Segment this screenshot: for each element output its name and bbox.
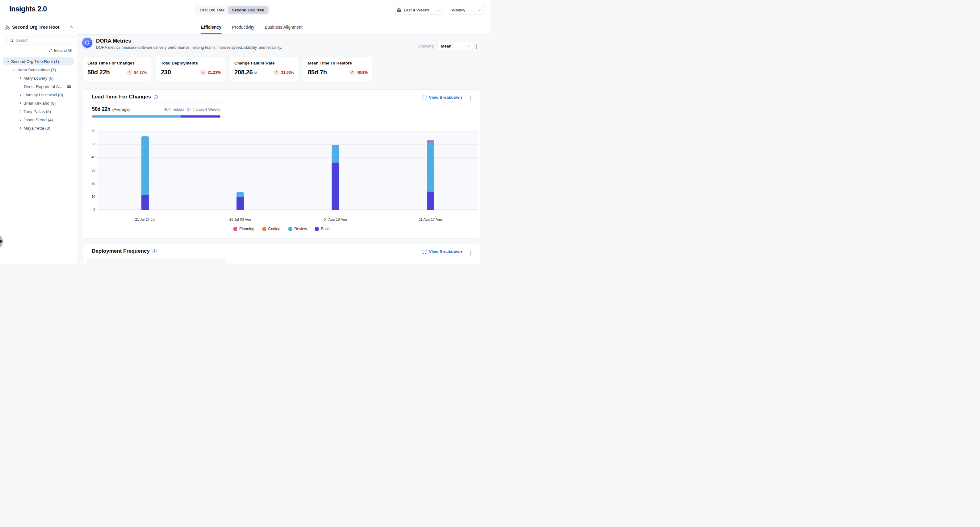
sidebar-search[interactable] — [6, 36, 75, 44]
bar-segment-review — [427, 141, 434, 192]
bar-segment-build — [427, 192, 434, 210]
filter-sliders-icon[interactable] — [67, 84, 71, 89]
chevron-down-icon — [478, 8, 480, 11]
bar-segment-build — [332, 163, 339, 210]
lead-time-card: Lead Time For Changes View Breakdown 50d… — [83, 89, 480, 238]
metric-card-title: Lead Time For Changes — [88, 61, 147, 65]
metric-card-title: Mean Time To Restore — [308, 61, 367, 65]
expand-all-button[interactable]: Expand All — [49, 48, 72, 53]
tree-item[interactable]: Jason Stead (4) — [3, 116, 74, 124]
info-icon[interactable] — [153, 95, 158, 99]
date-range-value: Last 4 Weeks — [404, 8, 429, 12]
sidebar-title: Second Org Tree Root — [12, 25, 68, 30]
chevron-right-icon[interactable] — [19, 110, 21, 113]
view-breakdown-button[interactable]: View Breakdown — [422, 95, 462, 100]
x-axis-tick-label: 04 Aug-10 Aug — [314, 217, 357, 221]
metric-delta: ↗84.37% — [126, 70, 147, 76]
chevron-right-icon[interactable] — [19, 94, 21, 96]
view-breakdown-button[interactable]: View Breakdown — [422, 249, 462, 254]
tree-item[interactable]: Tony Pallas (5) — [3, 107, 74, 115]
search-icon — [9, 38, 14, 43]
metric-card: Change Failure Rate208.26%↗31.63% — [229, 56, 299, 81]
y-axis-tick-label: 60 — [85, 129, 95, 133]
tree-item[interactable]: Anna Scozzafava (7) — [3, 66, 74, 74]
dora-metrics-icon — [82, 38, 92, 48]
gridline — [97, 171, 478, 171]
tab-bar: EfficiencyProductivityBusiness Alignment — [77, 20, 490, 35]
y-axis-tick-label: 10 — [85, 195, 95, 198]
tab-business-alignment[interactable]: Business Alignment — [265, 20, 302, 34]
metric-card-value: 208.26 — [234, 69, 253, 76]
summary-value: 50d 22h — [92, 106, 111, 112]
metric-card-value-row: 230↘21.23% — [161, 69, 221, 76]
y-axis-tick-label: 40 — [85, 155, 95, 159]
lead-time-title: Lead Time For Changes — [92, 94, 151, 100]
chevron-down-icon[interactable] — [13, 68, 15, 70]
metric-card-value: 85d 7h — [308, 69, 327, 76]
chevron-right-icon[interactable] — [19, 127, 21, 129]
showing-select[interactable]: Mean — [437, 42, 473, 50]
legend-label: Coding — [268, 227, 281, 231]
granularity-select[interactable]: Weekly — [448, 5, 484, 15]
chevron-right-icon[interactable] — [19, 102, 21, 104]
bar-segment-review — [237, 192, 244, 197]
chevron-right-icon[interactable] — [19, 119, 21, 121]
legend-item-coding: Coding — [262, 227, 281, 231]
search-input[interactable] — [16, 38, 72, 43]
tab-productivity[interactable]: Productivity — [232, 20, 254, 34]
tree-item-label: Tony Pallas (5) — [24, 109, 51, 114]
chevron-down-icon — [467, 44, 469, 47]
legend-item-review: Review — [288, 227, 307, 231]
stacked-bar[interactable] — [237, 192, 244, 210]
tree-item[interactable]: Brian Kirkland (6) — [3, 99, 74, 107]
tree-item[interactable]: Lindsay Liszewski (8) — [3, 91, 74, 99]
metric-delta: ↘21.23% — [200, 70, 221, 76]
y-axis-tick-label: 30 — [85, 168, 95, 172]
info-icon[interactable] — [186, 107, 191, 112]
deployment-summary-partial — [87, 259, 225, 264]
stacked-bar[interactable] — [332, 145, 339, 210]
x-axis-tick-label: 11 Aug-17 Aug — [409, 217, 452, 221]
metric-card-value: 50d 22h — [88, 69, 110, 76]
gridline — [97, 197, 478, 197]
date-range-select[interactable]: Last 4 Weeks — [393, 5, 442, 15]
tree-item-label: Jason Stead (4) — [24, 117, 53, 122]
gridline — [97, 157, 478, 158]
deployment-kebab-menu[interactable] — [469, 249, 473, 257]
gridline — [97, 144, 478, 145]
metric-card-value-row: 50d 22h↗84.37% — [88, 69, 147, 76]
dora-kebab-menu[interactable] — [475, 43, 479, 51]
metric-delta-value: 21.23% — [208, 70, 221, 75]
summary-bar-segment-build — [181, 115, 220, 117]
top-bar: Insights 2.0 First Org Tree Second Org T… — [0, 0, 490, 20]
toggle-first-org-tree[interactable]: First Org Tree — [196, 6, 228, 14]
tree-item[interactable]: Direct Reports of A... — [3, 83, 74, 90]
stacked-bar[interactable] — [142, 137, 149, 210]
lead-time-kebab-menu[interactable] — [469, 95, 473, 102]
summary-tickets: 404 Tickets — [164, 107, 185, 112]
bar-segment-review — [142, 137, 149, 195]
summary-average-label: (Average) — [112, 107, 130, 112]
tree-item-label: Anna Scozzafava (7) — [17, 68, 56, 72]
tree-item[interactable]: Mary Lowery (6) — [3, 74, 74, 82]
tree-item-label: Brian Kirkland (6) — [24, 101, 56, 106]
chevron-down-icon[interactable] — [6, 60, 9, 62]
trend-up-arrow-icon: ↗ — [126, 70, 132, 76]
org-tree: Second Org Tree Root (1)Anna Scozzafava … — [3, 57, 74, 132]
collapse-chevron-up-icon[interactable] — [70, 26, 73, 29]
metric-delta-value: 84.37% — [134, 70, 147, 75]
tree-item-label: Lindsay Liszewski (8) — [24, 92, 63, 97]
deployment-frequency-title: Deployment Frequency — [92, 248, 150, 254]
app-title: Insights 2.0 — [9, 5, 47, 13]
chevron-right-icon[interactable] — [19, 77, 21, 79]
trend-up-arrow-icon: ↗ — [349, 70, 355, 76]
lead-time-summary: 50d 22h (Average) 404 Tickets | Last 4 W… — [87, 102, 225, 123]
tree-item[interactable]: Maya Yette (3) — [3, 124, 74, 132]
tree-item-label: Maya Yette (3) — [24, 126, 50, 130]
info-icon[interactable] — [152, 249, 157, 254]
stacked-bar[interactable] — [427, 140, 434, 210]
showing-value: Mean — [441, 44, 452, 48]
toggle-second-org-tree[interactable]: Second Org Tree — [228, 6, 268, 14]
tab-efficiency[interactable]: Efficiency — [201, 20, 221, 34]
tree-item[interactable]: Second Org Tree Root (1) — [3, 57, 74, 65]
